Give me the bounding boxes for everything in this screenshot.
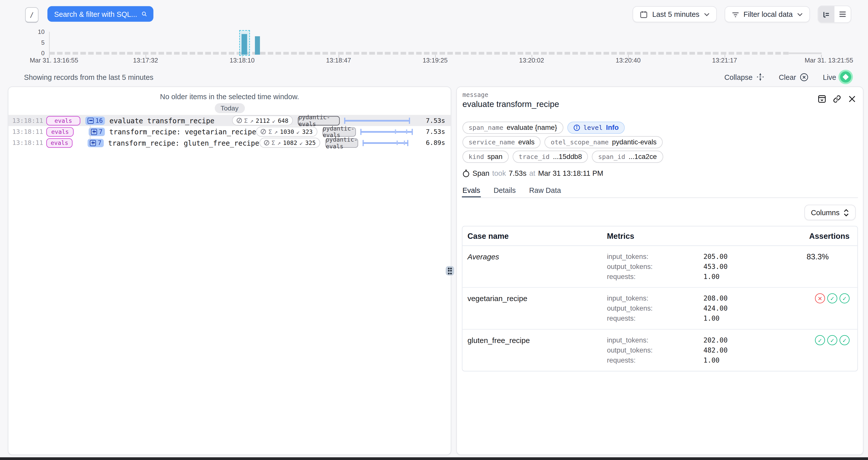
chevron-down-icon bbox=[797, 12, 803, 16]
clear-button[interactable]: Clear bbox=[779, 73, 808, 81]
collapse-children-badge[interactable]: 16 bbox=[85, 116, 105, 125]
topbar: / Search & filter with SQL... Last 5 min… bbox=[0, 0, 868, 28]
attr-value: evaluate {name} bbox=[506, 124, 557, 132]
child-count: 7 bbox=[99, 128, 103, 135]
records-histogram[interactable]: 10 5 0 Mar 31. 13:16:5513:17:3213:18:101… bbox=[0, 30, 868, 64]
calendar-icon bbox=[640, 10, 648, 18]
span-title: transform_recipe: gluten_free_recipe bbox=[108, 139, 259, 147]
x-axis-label: 13:21:17 bbox=[712, 57, 737, 64]
tab-raw-data[interactable]: Raw Data bbox=[529, 183, 562, 197]
assertion-icons: ✕✓✓ bbox=[807, 293, 858, 323]
list-view-button[interactable] bbox=[835, 6, 851, 22]
token-metrics-chip[interactable]: Σ ↗1030 ↙323 bbox=[256, 127, 317, 137]
column-header-case-name: Case name bbox=[462, 231, 607, 240]
link-icon bbox=[833, 94, 841, 103]
copy-link-button[interactable] bbox=[832, 94, 841, 103]
panel-resize-handle[interactable] bbox=[446, 266, 454, 275]
assertion-pass-icon: ✓ bbox=[840, 293, 850, 303]
view-mode-toggle bbox=[818, 5, 851, 23]
plus-square-icon bbox=[90, 140, 96, 145]
otel-scope-tag[interactable]: pydantic-evals bbox=[325, 138, 358, 147]
tree-view-button[interactable] bbox=[818, 6, 834, 22]
child-count: 7 bbox=[98, 139, 101, 146]
attr-chip-service-name[interactable]: service_name evals bbox=[462, 136, 541, 149]
collapse-button[interactable]: Collapse bbox=[724, 73, 764, 81]
output-tokens: 323 bbox=[302, 128, 313, 135]
input-tokens: 2112 bbox=[256, 117, 270, 124]
assertion-pass-icon: ✓ bbox=[815, 335, 825, 345]
tab-details[interactable]: Details bbox=[493, 183, 516, 197]
service-tag-evals[interactable]: evals bbox=[46, 116, 80, 125]
token-metrics-chip[interactable]: Σ ↗2112 ↙648 bbox=[232, 116, 293, 126]
input-tokens: 1082 bbox=[283, 139, 297, 146]
output-arrow-icon: ↙ bbox=[272, 117, 276, 124]
close-panel-button[interactable] bbox=[847, 94, 857, 103]
service-tag-evals[interactable]: evals bbox=[46, 127, 73, 136]
x-axis-label: 13:17:32 bbox=[133, 57, 158, 64]
child-count: 16 bbox=[95, 117, 103, 124]
window-bottom-edge bbox=[0, 457, 868, 460]
histogram-bar[interactable] bbox=[255, 36, 260, 55]
attr-chip-level[interactable]: level Info bbox=[567, 122, 625, 134]
x-axis-label: 13:19:25 bbox=[423, 57, 447, 64]
sigma-icon: Σ bbox=[269, 128, 272, 135]
input-tokens: 1030 bbox=[280, 128, 294, 135]
live-toggle[interactable]: Live bbox=[823, 71, 851, 83]
attr-key: otel_scope_name bbox=[551, 138, 609, 146]
attr-value: pydantic-evals bbox=[612, 138, 656, 146]
plus-square-icon bbox=[91, 129, 97, 135]
assertion-pass-icon: ✓ bbox=[827, 335, 837, 345]
output-tokens: 648 bbox=[278, 117, 288, 124]
row-timestamp: 13:18:11 bbox=[12, 117, 38, 124]
attr-key: span_id bbox=[598, 153, 625, 161]
columns-label: Columns bbox=[811, 208, 840, 217]
assertions-percentage: 83.3% bbox=[807, 252, 829, 261]
stopwatch-icon bbox=[462, 169, 470, 177]
chart-plot[interactable] bbox=[49, 32, 868, 55]
time-range-label: Last 5 minutes bbox=[652, 10, 700, 18]
clear-circle-x-icon bbox=[800, 73, 808, 81]
span-title: transform_recipe: vegetarian_recipe bbox=[109, 127, 256, 136]
x-axis-label: Mar 31. 13:16:55 bbox=[30, 57, 78, 64]
service-tag-evals[interactable]: evals bbox=[46, 138, 72, 147]
span-row-evaluate-transform-recipe[interactable]: 13:18:11 evals 16 evaluate transform_rec… bbox=[8, 115, 451, 126]
eval-row-vegetarian-recipe[interactable]: vegetarian_recipe input_tokens:208.00 ou… bbox=[462, 288, 857, 330]
otel-scope-tag[interactable]: pydantic-evals bbox=[298, 116, 340, 125]
attr-chip-kind[interactable]: kind span bbox=[462, 151, 508, 163]
span-duration-bar bbox=[363, 139, 413, 146]
chart-x-labels: Mar 31. 13:16:5513:17:3213:18:1013:18:47… bbox=[49, 57, 868, 65]
attr-chip-trace-id[interactable]: trace_id ...15ddb8 bbox=[513, 151, 588, 163]
collapse-vertical-icon bbox=[756, 73, 764, 81]
no-older-items-text: No older items in the selected time wind… bbox=[8, 93, 451, 101]
info-icon bbox=[573, 124, 580, 131]
close-icon bbox=[848, 95, 856, 102]
eval-row-averages[interactable]: Averages input_tokens:205.00 output_toke… bbox=[462, 246, 857, 288]
span-row-gluten-free-recipe[interactable]: 13:18:11 evals 7 transform_recipe: glute… bbox=[8, 137, 451, 148]
x-axis-label: 13:18:10 bbox=[229, 57, 254, 64]
eval-row-gluten-free-recipe[interactable]: gluten_free_recipe input_tokens:202.00 o… bbox=[462, 330, 857, 371]
attr-key: trace_id bbox=[519, 153, 550, 161]
sigma-icon: Σ bbox=[244, 117, 248, 124]
record-kind-label: message bbox=[462, 91, 488, 99]
attr-chip-span-name[interactable]: span_name evaluate {name} bbox=[462, 122, 563, 134]
search-icon bbox=[142, 10, 147, 18]
search-button[interactable]: Search & filter with SQL... bbox=[48, 6, 153, 22]
otel-scope-tag[interactable]: pydantic-evals bbox=[322, 127, 356, 136]
tab-evals[interactable]: Evals bbox=[462, 183, 481, 197]
attr-chip-span-id[interactable]: span_id ...1ca2ce bbox=[592, 151, 663, 163]
filter-local-data-button[interactable]: Filter local data bbox=[724, 6, 810, 22]
list-view-icon bbox=[839, 11, 846, 17]
token-metrics-chip[interactable]: Σ ↗1082 ↙325 bbox=[259, 138, 320, 148]
span-row-vegetarian-recipe[interactable]: 13:18:11 evals 7 transform_recipe: veget… bbox=[8, 126, 451, 137]
time-range-button[interactable]: Last 5 minutes bbox=[633, 6, 717, 22]
columns-button[interactable]: Columns bbox=[804, 205, 856, 220]
y-axis-label: 5 bbox=[22, 39, 45, 46]
column-header-assertions: Assertions bbox=[807, 231, 858, 240]
x-axis-label: 13:18:47 bbox=[326, 57, 351, 64]
input-arrow-icon: ↗ bbox=[277, 139, 281, 146]
showing-records-text: Showing records from the last 5 minutes bbox=[24, 73, 153, 81]
dock-panel-button[interactable] bbox=[817, 94, 826, 103]
minus-square-icon bbox=[88, 118, 94, 124]
attr-chip-otel-scope-name[interactable]: otel_scope_name pydantic-evals bbox=[545, 136, 662, 149]
today-pill[interactable]: Today bbox=[215, 103, 245, 113]
